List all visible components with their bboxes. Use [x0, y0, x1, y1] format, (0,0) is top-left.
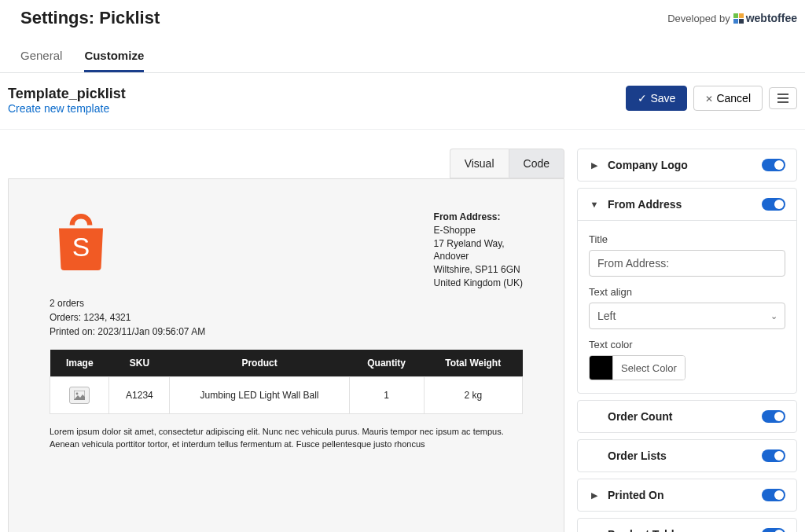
save-button-label: Save: [650, 92, 675, 105]
label-text-align: Text align: [589, 286, 785, 298]
accordion-title: Company Logo: [608, 159, 754, 171]
cell-sku: A1234: [109, 376, 170, 413]
toggle-from-address[interactable]: [762, 198, 785, 211]
webtoffee-logo: webtoffee: [733, 12, 797, 24]
accordion-title: Printed On: [608, 489, 754, 501]
more-menu-button[interactable]: [769, 87, 797, 109]
hamburger-icon: [777, 94, 788, 103]
webtoffee-brand: webtoffee: [746, 12, 797, 24]
side-panel: ▶ Company Logo ▼ From Address Title Text…: [577, 149, 797, 532]
cell-weight: 2 kg: [424, 376, 522, 413]
developed-by: Developed by webtoffee: [667, 12, 797, 24]
tab-customize[interactable]: Customize: [84, 41, 144, 72]
check-icon: [638, 92, 647, 105]
select-color-button[interactable]: Select Color: [613, 356, 685, 380]
nav-tabs: General Customize: [0, 41, 805, 73]
view-tab-code[interactable]: Code: [509, 149, 564, 178]
col-product: Product: [170, 350, 349, 377]
color-swatch[interactable]: [590, 356, 613, 380]
from-address-title: From Address:: [434, 211, 523, 224]
company-logo: S: [50, 211, 112, 276]
printed-on-text: Printed on: 2023/11/Jan 09:56:07 AM: [50, 325, 523, 339]
from-address-line: United Kingdom (UK): [434, 277, 523, 290]
save-button[interactable]: Save: [626, 86, 687, 111]
text-align-select[interactable]: Left: [589, 303, 785, 329]
accordion-title: Order Lists: [608, 449, 754, 462]
from-address-block: From Address: E-Shoppe 17 Ryeland Way, A…: [434, 211, 523, 290]
accordion-from-address[interactable]: ▼ From Address: [578, 189, 796, 220]
cell-quantity: 1: [349, 376, 424, 413]
orders-list-text: Orders: 1234, 4321: [50, 310, 523, 325]
chevron-right-icon: ▶: [589, 490, 600, 501]
accordion-title: Order Count: [608, 410, 754, 423]
product-table: Image SKU Product Quantity Total Weight …: [50, 350, 523, 414]
shopping-bag-icon: S: [50, 211, 112, 273]
cancel-button-label: Cancel: [716, 92, 751, 105]
cell-product: Jumbing LED Light Wall Ball: [170, 376, 349, 413]
toggle-order-count[interactable]: [762, 410, 785, 423]
view-tab-visual[interactable]: Visual: [450, 149, 509, 178]
from-address-line: E-Shoppe: [434, 224, 523, 237]
from-address-line: Wiltshire, SP11 6GN: [434, 263, 523, 277]
chevron-right-icon: ▶: [589, 160, 600, 171]
accordion-printed-on[interactable]: ▶ Printed On: [578, 479, 796, 511]
footer-text: Lorem ipsum dolor sit amet, consectetur …: [50, 425, 523, 451]
from-address-line: 17 Ryeland Way,: [434, 237, 523, 251]
toggle-product-table[interactable]: [762, 528, 785, 532]
webtoffee-logo-icon: [733, 13, 744, 24]
close-icon: [705, 92, 713, 105]
accordion-company-logo[interactable]: ▶ Company Logo: [578, 149, 796, 181]
accordion-title: From Address: [608, 198, 754, 211]
create-template-link[interactable]: Create new template: [8, 102, 126, 115]
template-name: Template_picklist: [8, 86, 126, 102]
label-text-color: Text color: [589, 339, 785, 350]
col-quantity: Quantity: [349, 350, 424, 377]
chevron-right-icon: ▶: [589, 530, 600, 533]
page-title: Settings: Picklist: [20, 8, 160, 28]
col-sku: SKU: [109, 350, 170, 377]
developed-by-label: Developed by: [667, 13, 730, 24]
cancel-button[interactable]: Cancel: [693, 86, 763, 111]
order-count-text: 2 orders: [50, 296, 523, 310]
label-title: Title: [589, 233, 785, 245]
title-input[interactable]: [589, 250, 785, 277]
preview-card: S From Address: E-Shoppe 17 Ryeland Way,…: [8, 178, 564, 532]
chevron-down-icon: ▼: [589, 200, 600, 209]
accordion-order-lists[interactable]: Order Lists: [578, 440, 796, 471]
toggle-company-logo[interactable]: [762, 159, 785, 171]
accordion-order-count[interactable]: Order Count: [578, 401, 796, 432]
toggle-order-lists[interactable]: [762, 449, 785, 462]
image-placeholder-icon: [69, 387, 90, 404]
from-address-line: Andover: [434, 250, 523, 263]
accordion-title: Product Table: [608, 528, 754, 532]
table-row: A1234 Jumbing LED Light Wall Ball 1 2 kg: [50, 376, 523, 413]
accordion-product-table[interactable]: ▶ Product Table: [578, 519, 796, 532]
col-total-weight: Total Weight: [424, 350, 522, 377]
svg-point-2: [76, 392, 79, 394]
col-image: Image: [50, 350, 109, 377]
svg-text:S: S: [72, 233, 90, 262]
tab-general[interactable]: General: [20, 41, 62, 72]
toggle-printed-on[interactable]: [762, 489, 785, 501]
